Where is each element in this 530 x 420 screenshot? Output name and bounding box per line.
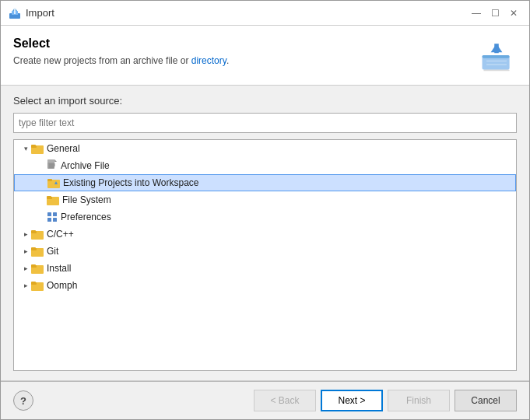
tree-icon-preferences [47,211,58,223]
filter-input[interactable] [13,113,517,133]
svg-rect-38 [31,264,36,267]
tree-item-archive-file[interactable]: Archive File [14,157,516,174]
tree-item-git[interactable]: ▸Git [14,243,516,260]
footer: ? < Back Next > Finish Cancel [1,381,529,419]
svg-rect-25 [47,196,51,198]
tree-icon-existing-projects [47,177,60,189]
tree-label-general: General [47,143,80,154]
svg-rect-7 [494,44,499,53]
tree-item-preferences[interactable]: Preferences [14,208,516,226]
maximize-button[interactable]: ☐ [487,5,503,21]
tree-list[interactable]: ▾GeneralArchive FileExisting Projects in… [14,140,516,370]
import-dialog: Import — ☐ ✕ Select Create new projects … [0,0,530,420]
title-bar: Import — ☐ ✕ [1,1,529,26]
source-label: Select an import source: [13,95,517,107]
svg-rect-27 [53,212,57,216]
tree-icon-oomph [31,279,44,292]
tree-label-git: Git [47,246,58,257]
tree-item-oomph[interactable]: ▸Oomph [14,277,516,294]
back-button[interactable]: < Back [254,390,316,411]
cancel-button[interactable]: Cancel [455,390,517,411]
svg-rect-21 [47,179,52,181]
tree-label-existing-projects: Existing Projects into Workspace [63,177,199,188]
tree-label-install: Install [47,263,71,274]
header-import-icon [478,38,515,72]
window-icon [9,7,21,19]
next-button[interactable]: Next > [321,390,383,411]
tree-item-install[interactable]: ▸Install [14,260,516,277]
header-text: Select Create new projects from an archi… [13,37,476,66]
title-bar-left: Import [9,7,54,19]
title-controls: — ☐ ✕ [469,5,521,21]
svg-rect-26 [47,212,51,216]
header-title: Select [13,37,476,51]
tree-item-general[interactable]: ▾General [14,140,516,157]
directory-link[interactable]: directory [191,55,226,66]
tree-label-archive-file: Archive File [61,160,110,171]
tree-container: ▾GeneralArchive FileExisting Projects in… [13,139,517,371]
footer-buttons: < Back Next > Finish Cancel [254,390,517,411]
window-title: Import [26,7,54,19]
tree-icon-git [31,245,44,257]
footer-left: ? [13,390,33,411]
tree-icon-general [31,142,44,155]
svg-rect-5 [483,55,510,58]
header-section: Select Create new projects from an archi… [1,26,529,86]
tree-arrow-git[interactable]: ▸ [20,247,31,255]
close-button[interactable]: ✕ [506,5,521,21]
svg-rect-16 [47,159,55,163]
tree-item-existing-projects[interactable]: Existing Projects into Workspace [14,174,516,191]
tree-arrow-install[interactable]: ▸ [20,264,31,272]
svg-rect-35 [31,247,36,250]
tree-item-file-system[interactable]: File System [14,191,516,208]
finish-button[interactable]: Finish [388,390,450,411]
svg-rect-29 [53,218,57,222]
help-button[interactable]: ? [13,390,33,411]
tree-icon-archive-file [47,159,58,172]
tree-icon-install [31,262,44,275]
tree-item-cpp[interactable]: ▸C/C++ [14,226,516,243]
content-section: Select an import source: ▾GeneralArchive… [1,86,529,380]
tree-arrow-oomph[interactable]: ▸ [20,282,31,289]
tree-arrow-general[interactable]: ▾ [20,145,31,152]
minimize-button[interactable]: — [469,5,484,21]
tree-label-cpp: C/C++ [47,229,74,240]
header-subtitle: Create new projects from an archive file… [13,55,476,66]
tree-icon-cpp [31,228,44,240]
tree-icon-file-system [47,194,59,206]
svg-rect-32 [31,230,36,233]
tree-label-preferences: Preferences [61,212,111,222]
tree-label-oomph: Oomph [47,280,77,291]
svg-rect-41 [31,282,36,284]
subtitle-suffix: . [226,55,229,66]
svg-rect-10 [483,69,509,71]
svg-rect-28 [47,218,51,222]
subtitle-prefix: Create new projects from an archive file… [13,55,191,66]
header-icon-area [476,37,517,74]
tree-arrow-cpp[interactable]: ▸ [20,230,31,238]
tree-label-file-system: File System [62,194,111,205]
svg-rect-13 [31,145,36,147]
